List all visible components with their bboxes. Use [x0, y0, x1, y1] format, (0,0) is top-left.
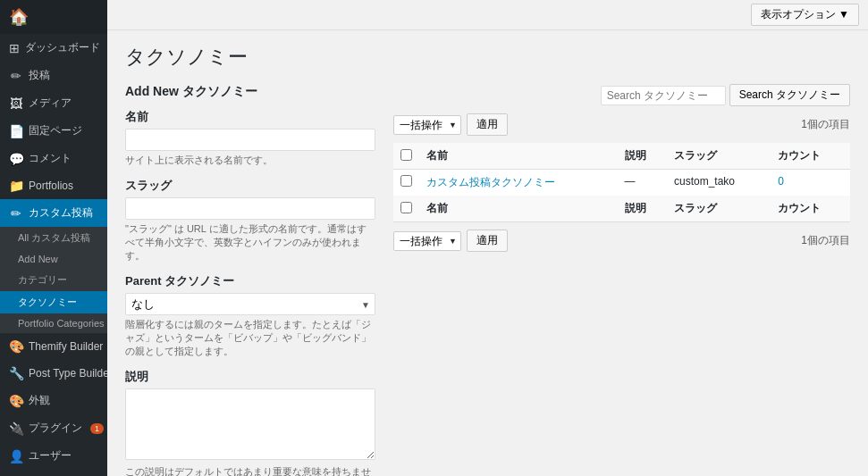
search-button[interactable]: Search タクソノミー — [729, 84, 850, 106]
table-toolbar-top: 一括操作 ▼ 適用 1個の項目 — [393, 113, 850, 136]
themify-label: Themify Builder — [29, 340, 103, 353]
row-check-0 — [393, 170, 419, 196]
taxonomy-table: 名前 説明 スラッグ カウント — [393, 143, 850, 222]
search-input[interactable] — [601, 86, 726, 105]
users-icon: 👤 — [9, 449, 23, 463]
posts-icon: ✏ — [9, 69, 23, 83]
plugins-icon: 🔌 — [9, 422, 23, 436]
col-check-footer — [393, 196, 419, 222]
col-check-header — [393, 143, 419, 170]
sidebar-logo: 🏠 — [0, 0, 107, 34]
row-count-0: 0 — [771, 170, 850, 196]
table-panel: Search タクソノミー 一括操作 ▼ 適用 1個の項目 — [393, 84, 850, 252]
col-slug-footer: スラッグ — [667, 196, 771, 222]
content-columns: Add New タクソノミー 名前 サイト上に表示される名前です。 スラッグ "… — [125, 84, 850, 476]
post-type-label: Post Type Builder — [29, 367, 107, 380]
apply-button-top[interactable]: 適用 — [467, 113, 508, 136]
sidebar-submenu: All カスタム投稿 Add New カテゴリー タクソノミー Portfoli… — [0, 227, 107, 333]
col-name-header: 名前 — [419, 143, 618, 170]
col-count-link[interactable]: カウント — [778, 149, 821, 162]
pages-icon: 📄 — [9, 124, 23, 138]
taxonomy-tbody: カスタム投稿タクソノミー — custom_tako 0 — [393, 170, 850, 196]
main-area: 表示オプション ▼ タクソノミー Add New タクソノミー 名前 サイト上に… — [107, 0, 868, 476]
parent-hint: 階層化するには親のタームを指定します。たとえば「ジャズ」というタームを「ビバップ… — [125, 318, 375, 358]
name-group: 名前 サイト上に表示される名前です。 — [125, 109, 375, 167]
sidebar-item-custom-posts[interactable]: ✏ カスタム投稿 — [0, 199, 107, 227]
sidebar-item-pages[interactable]: 📄 固定ページ — [0, 117, 107, 145]
taxonomy-label: タクソノミー — [18, 296, 77, 309]
description-group: 説明 この説明はデフォルトではあまり重要な意味を持ちませんが、これを表示するテー… — [125, 369, 375, 476]
row-name-0: カスタム投稿タクソノミー — [419, 170, 618, 196]
bulk-action-select-top[interactable]: 一括操作 — [393, 115, 461, 135]
sidebar-label-posts: 投稿 — [29, 68, 50, 83]
description-hint: この説明はデフォルトではあまり重要な意味を持ちませんが、これを表示するテーマも中… — [125, 465, 375, 476]
sidebar-item-comments[interactable]: 💬 コメント — [0, 145, 107, 172]
custom-posts-icon: ✏ — [9, 206, 23, 221]
form-heading: Add New タクソノミー — [125, 84, 375, 100]
sidebar-item-categories[interactable]: カテゴリー — [0, 269, 107, 291]
users-label: ユーザー — [29, 448, 72, 463]
row-checkbox-0[interactable] — [400, 175, 412, 187]
add-new-label: Add New — [18, 254, 58, 264]
dashboard-icon: ⊞ — [9, 41, 20, 55]
col-count-link-footer[interactable]: カウント — [778, 202, 821, 214]
item-count-bottom: 1個の項目 — [801, 233, 850, 248]
sidebar-item-dashboard[interactable]: ⊞ ダッシュボード — [0, 34, 107, 62]
plugins-badge: 1 — [90, 423, 104, 434]
sidebar-item-taxonomy[interactable]: タクソノミー — [0, 291, 107, 313]
row-name-link-0[interactable]: カスタム投稿タクソノミー — [426, 176, 555, 188]
slug-group: スラッグ "スラッグ" は URL に適した形式の名前です。通常はすべて半角小文… — [125, 178, 375, 263]
row-description-0: — — [618, 170, 667, 196]
col-count-header: カウント — [771, 143, 850, 170]
form-panel: Add New タクソノミー 名前 サイト上に表示される名前です。 スラッグ "… — [125, 84, 375, 476]
select-all-checkbox-footer[interactable] — [400, 202, 412, 213]
wp-logo-icon: 🏠 — [9, 7, 29, 27]
sidebar-item-add-new[interactable]: Add New — [0, 249, 107, 269]
col-name-link[interactable]: 名前 — [426, 149, 448, 162]
categories-label: カテゴリー — [18, 273, 67, 287]
slug-hint: "スラッグ" は URL に適した形式の名前です。通常はすべて半角小文字で、英数… — [125, 222, 375, 263]
sidebar-item-appearance[interactable]: 🎨 外観 — [0, 387, 107, 414]
sidebar-label-pages: 固定ページ — [29, 123, 82, 138]
select-all-checkbox[interactable] — [400, 149, 412, 161]
sidebar-label-custom-posts: カスタム投稿 — [29, 205, 93, 221]
portfolios-icon: 📁 — [9, 179, 23, 193]
name-input[interactable] — [125, 129, 375, 151]
media-icon: 🖼 — [9, 96, 23, 111]
sidebar-item-themify[interactable]: 🎨 Themify Builder — [0, 333, 107, 360]
sidebar-item-media[interactable]: 🖼 メディア — [0, 89, 107, 117]
col-name-link-footer[interactable]: 名前 — [426, 202, 448, 214]
parent-group: Parent タクソノミー なし ▼ 階層化するには親のタームを指定します。たと… — [125, 273, 375, 358]
col-slug-link[interactable]: スラッグ — [674, 149, 717, 162]
col-name-footer: 名前 — [419, 196, 618, 222]
sidebar-item-portfolio-categories[interactable]: Portfolio Categories — [0, 313, 107, 333]
col-description-header: 説明 — [618, 143, 667, 170]
display-options-button[interactable]: 表示オプション ▼ — [751, 4, 859, 26]
name-hint: サイト上に表示される名前です。 — [125, 154, 375, 167]
slug-input[interactable] — [125, 197, 375, 220]
col-slug-link-footer[interactable]: スラッグ — [674, 202, 717, 214]
table-footer-row: 名前 説明 スラッグ カウント — [393, 196, 850, 222]
sidebar-item-posts[interactable]: ✏ 投稿 — [0, 62, 107, 89]
row-slug-0: custom_tako — [667, 170, 771, 196]
apply-button-bottom[interactable]: 適用 — [467, 230, 508, 252]
sidebar-item-post-type[interactable]: 🔧 Post Type Builder — [0, 360, 107, 387]
sidebar-label-portfolios: Portfolios — [29, 180, 73, 192]
name-label: 名前 — [125, 109, 375, 125]
appearance-icon: 🎨 — [9, 394, 23, 408]
comments-icon: 💬 — [9, 152, 23, 166]
sidebar-item-users[interactable]: 👤 ユーザー — [0, 442, 107, 470]
sidebar-item-tools[interactable]: 🔧 ツール — [0, 470, 107, 476]
description-textarea[interactable] — [125, 388, 375, 460]
bulk-action-select-bottom[interactable]: 一括操作 — [393, 231, 461, 251]
post-type-icon: 🔧 — [9, 366, 23, 380]
row-count-link-0[interactable]: 0 — [778, 175, 784, 188]
content-area: タクソノミー Add New タクソノミー 名前 サイト上に表示される名前です。… — [107, 30, 868, 476]
col-slug-header: スラッグ — [667, 143, 771, 170]
sidebar-item-plugins[interactable]: 🔌 プラグイン 1 — [0, 414, 107, 442]
sidebar-item-portfolios[interactable]: 📁 Portfolios — [0, 172, 107, 199]
parent-select[interactable]: なし — [125, 293, 375, 315]
all-custom-label: All カスタム投稿 — [18, 231, 90, 245]
sidebar-item-all-custom[interactable]: All カスタム投稿 — [0, 227, 107, 249]
slug-label: スラッグ — [125, 178, 375, 194]
